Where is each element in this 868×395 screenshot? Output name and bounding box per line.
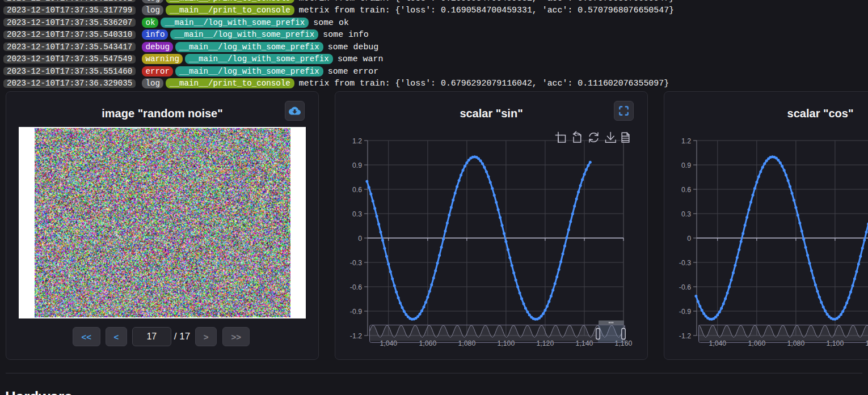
- svg-text:0.3: 0.3: [352, 210, 362, 218]
- svg-text:0.9: 0.9: [352, 162, 362, 169]
- svg-text:0.3: 0.3: [681, 210, 691, 218]
- svg-text:0.6: 0.6: [352, 186, 362, 194]
- svg-text:-0.6: -0.6: [679, 283, 691, 291]
- svg-text:1.2: 1.2: [681, 137, 691, 145]
- svg-text:0.9: 0.9: [681, 162, 691, 169]
- svg-text:-0.6: -0.6: [350, 283, 362, 291]
- svg-text:1.2: 1.2: [352, 137, 362, 145]
- svg-text:-1.2: -1.2: [350, 332, 362, 340]
- svg-text:-1.2: -1.2: [679, 332, 691, 340]
- svg-text:0: 0: [687, 235, 691, 243]
- svg-text:0.6: 0.6: [681, 186, 691, 194]
- svg-text:0: 0: [358, 235, 362, 243]
- svg-text:-0.9: -0.9: [350, 308, 362, 316]
- svg-text:-0.3: -0.3: [350, 259, 362, 267]
- svg-text:-0.3: -0.3: [679, 259, 691, 267]
- svg-text:-0.9: -0.9: [679, 308, 691, 316]
